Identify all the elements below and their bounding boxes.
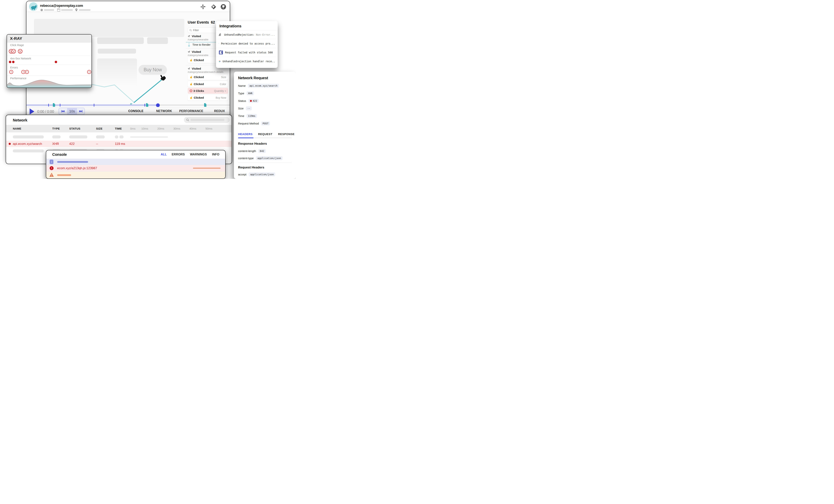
timeline-quote-marker[interactable]: “ bbox=[130, 103, 132, 107]
header-content-length: content-length 642 bbox=[238, 149, 266, 153]
error-badge-icon[interactable]: ! bbox=[9, 70, 13, 74]
network-error-dot[interactable] bbox=[55, 61, 57, 63]
event-clicked-buynow-card[interactable]: ☝ Clicked Buy Now bbox=[188, 95, 228, 101]
timeline-note-marker[interactable] bbox=[146, 103, 148, 107]
hand-pointer-icon: ☝ bbox=[190, 75, 193, 79]
page: { "window": { "email": "rebecca@openrepl… bbox=[0, 0, 296, 179]
xray-header: X-RAY bbox=[7, 35, 91, 42]
slack-icon[interactable] bbox=[200, 4, 206, 9]
col-time[interactable]: TIME bbox=[115, 127, 122, 130]
timeline-event-tick[interactable] bbox=[145, 104, 145, 107]
user-events-count: 62 bbox=[211, 20, 215, 24]
rage-face-icon[interactable] bbox=[11, 49, 16, 54]
event-target: Quantity + bbox=[214, 89, 226, 92]
skip-forward-button[interactable] bbox=[77, 108, 85, 114]
event-clicked-color-card[interactable]: ☝ Clicked Color bbox=[188, 81, 228, 87]
header-label: content-type bbox=[238, 157, 254, 160]
tab-console[interactable]: CONSOLE bbox=[128, 109, 144, 113]
status-error-dot bbox=[9, 143, 11, 145]
event-url: /category/wearable bbox=[188, 38, 208, 41]
play-button[interactable] bbox=[30, 108, 34, 114]
datadog-icon bbox=[219, 50, 223, 55]
integration-error-detail: Non-Error... bbox=[256, 33, 275, 36]
console-tab-all[interactable]: ALL bbox=[161, 153, 167, 156]
field-label: Size bbox=[238, 107, 244, 110]
request-time: 119 ms bbox=[115, 142, 125, 146]
col-type[interactable]: TYPE bbox=[52, 127, 60, 130]
error-badge-icon[interactable]: ! bbox=[87, 70, 91, 74]
hand-pointer-icon: ☝ bbox=[190, 83, 193, 85]
skip-control: 10s bbox=[59, 108, 85, 115]
col-size[interactable]: SIZE bbox=[96, 127, 103, 130]
nr-tab-headers[interactable]: HEADERS bbox=[238, 132, 253, 136]
browser-icon bbox=[57, 8, 60, 12]
console-row-warning[interactable] bbox=[46, 172, 226, 179]
field-size: Size -- bbox=[238, 106, 252, 110]
xray-network-label: 4xx-5xx Network bbox=[10, 57, 31, 60]
field-value-chip: 119ms bbox=[246, 114, 257, 118]
integration-row-datadog[interactable]: Request failed with status 500 bbox=[216, 48, 278, 57]
error-badge-icon[interactable]: ! bbox=[25, 70, 29, 74]
github-icon[interactable] bbox=[220, 4, 226, 10]
integrations-title: Integrations bbox=[219, 24, 241, 28]
timeline-note-marker[interactable] bbox=[53, 103, 55, 107]
tab-redux[interactable]: REDUX bbox=[214, 109, 225, 113]
timeline-note-marker[interactable] bbox=[204, 103, 206, 107]
hand-pointer-icon: ☝ bbox=[190, 59, 193, 62]
clock-icon bbox=[40, 9, 43, 11]
player-timeline[interactable]: “ bbox=[26, 103, 230, 107]
buy-now-button[interactable]: Buy Now bbox=[139, 65, 167, 74]
status-error-dot bbox=[250, 100, 252, 102]
field-type: Type XHR bbox=[238, 91, 254, 95]
request-status: 422 bbox=[69, 142, 74, 146]
nr-tab-request[interactable]: REQUEST bbox=[258, 132, 272, 136]
network-error-dot[interactable] bbox=[9, 61, 11, 63]
event-visited-3[interactable]: Visited /category/wearable/watch-details bbox=[188, 67, 223, 73]
event-rage-clicks-card[interactable]: 3 Clicks Quantity + bbox=[188, 88, 228, 94]
nr-tab-response[interactable]: RESPONSE bbox=[278, 132, 294, 136]
timeline-playhead[interactable] bbox=[156, 103, 160, 107]
tab-performance[interactable]: PERFORMANCE bbox=[179, 109, 203, 113]
network-search-box[interactable] bbox=[184, 117, 229, 123]
col-status[interactable]: STATUS bbox=[69, 127, 80, 130]
network-error-dot[interactable] bbox=[12, 61, 15, 63]
error-detail-skeleton bbox=[193, 168, 221, 169]
console-row-error[interactable]: ! ecom.xyz/a213qh.js:123987 bbox=[46, 165, 226, 172]
integration-row-sentry[interactable]: UnhandledRejection: Non-Error... bbox=[216, 30, 278, 39]
performance-area-chart bbox=[7, 80, 91, 88]
timeline-event-tick[interactable] bbox=[94, 104, 94, 107]
event-url: /category/wearable/watch-details bbox=[188, 70, 223, 73]
timeline-event-tick[interactable] bbox=[48, 104, 49, 107]
warning-icon bbox=[49, 173, 54, 177]
timeline-event-tick[interactable] bbox=[60, 104, 60, 107]
field-request-method: Request Method POST bbox=[238, 122, 270, 126]
console-row-info[interactable]: i bbox=[46, 159, 226, 165]
integration-row-airbrake[interactable]: Permission denied to access pro... bbox=[216, 39, 278, 48]
rage-face-icon[interactable] bbox=[18, 49, 23, 54]
error-badge-icon[interactable]: ! bbox=[21, 70, 25, 74]
request-headers-title: Request Headers bbox=[238, 166, 264, 169]
event-target: Size bbox=[221, 75, 226, 79]
skip-back-button[interactable] bbox=[59, 108, 67, 114]
jira-icon[interactable] bbox=[211, 4, 217, 10]
header-label: content-length bbox=[238, 149, 256, 153]
session-user-email: rebecca@openreplay.com bbox=[40, 4, 83, 8]
error-icon: ! bbox=[50, 166, 53, 170]
skip-interval-label: 10s bbox=[69, 109, 75, 113]
tick-30ms: 30ms bbox=[173, 127, 180, 130]
console-tab-warnings[interactable]: WARNINGS bbox=[190, 153, 207, 156]
tab-network[interactable]: NETWORK bbox=[156, 109, 172, 113]
console-tab-info[interactable]: INFO bbox=[212, 153, 219, 156]
integration-error-text: Permission denied to access pro... bbox=[221, 42, 275, 45]
event-visited-2[interactable]: Visited /category/wearable bbox=[188, 50, 208, 57]
event-url: /category/wearable bbox=[188, 54, 208, 57]
col-name[interactable]: NAME bbox=[13, 127, 21, 130]
event-visited-1[interactable]: Visited /category/wearable bbox=[188, 35, 208, 41]
integration-row-elastic[interactable]: Unhandledrejection handler rece.. bbox=[216, 57, 278, 66]
event-clicked-size-card[interactable]: ☝ Clicked Size bbox=[188, 74, 228, 80]
console-tab-errors[interactable]: ERRORS bbox=[172, 153, 185, 156]
network-row-error[interactable]: api.ecom.xyz/search XHR 422 -- 119 ms bbox=[6, 141, 232, 147]
header-value-chip: application/json bbox=[256, 156, 283, 160]
skip-interval-display[interactable]: 10s bbox=[67, 108, 77, 114]
nr-tab-underline-active bbox=[238, 137, 254, 138]
